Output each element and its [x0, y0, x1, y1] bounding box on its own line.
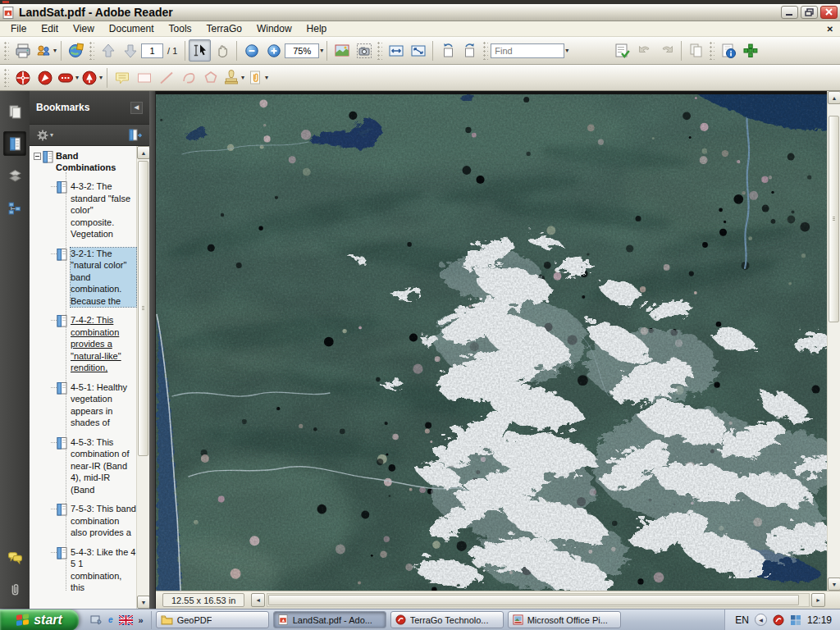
fit-page-button[interactable]: [407, 39, 429, 62]
collapse-panel-button[interactable]: ◀: [130, 102, 143, 114]
hand-tool-button[interactable]: [211, 39, 233, 62]
bookmark-item-label[interactable]: 4-5-1: Healthy vegetation appears in sha…: [71, 381, 136, 429]
window-titlebar[interactable]: LandSat.pdf - Adobe Reader: [0, 4, 840, 21]
zoom-in-button[interactable]: [262, 39, 285, 62]
document-close-icon[interactable]: ✕: [827, 25, 833, 34]
previous-page-button[interactable]: [97, 39, 119, 62]
start-button[interactable]: start: [0, 609, 79, 630]
select-tool-button[interactable]: [189, 39, 211, 62]
bookmarks-panel-button[interactable]: [3, 131, 26, 156]
internet-explorer-icon[interactable]: e: [108, 615, 113, 624]
geo-measure-dropdown-icon[interactable]: ▾: [75, 74, 79, 81]
print-button[interactable]: [11, 39, 34, 62]
bookmark-item-selected[interactable]: 3-2-1: The "natural color" band combinat…: [30, 248, 136, 308]
rotate-counterclockwise-button[interactable]: [436, 39, 459, 62]
horizontal-scrollbar-thumb[interactable]: [268, 595, 799, 605]
geo-gps-dropdown-icon[interactable]: ▾: [99, 74, 103, 81]
find-input[interactable]: [491, 43, 564, 58]
terrago-toolbar-button[interactable]: [739, 39, 761, 62]
menu-tools[interactable]: Tools: [162, 21, 199, 36]
quick-launch-overflow-icon[interactable]: »: [139, 615, 144, 625]
collapse-node-icon[interactable]: [34, 153, 41, 160]
geospatial-tool-button[interactable]: [65, 39, 87, 62]
options-dropdown-icon[interactable]: ▾: [50, 131, 53, 139]
collaborate-dropdown-icon[interactable]: ▾: [53, 47, 57, 54]
bookmark-item[interactable]: 5-4-3: Like the 4 5 1 combination, this: [30, 546, 136, 594]
stamp-tool-button[interactable]: ▾: [221, 66, 245, 89]
landsat-satellite-image[interactable]: [156, 91, 827, 591]
bookmark-item-label[interactable]: 7-5-3: This band combination also provid…: [71, 503, 136, 539]
document-properties-button[interactable]: [717, 39, 739, 62]
bookmarks-scrollbar[interactable]: ▲ ▼: [136, 146, 149, 609]
minimize-button[interactable]: [781, 6, 798, 19]
collaborate-button[interactable]: ▾: [34, 39, 57, 62]
pages-panel-button[interactable]: [3, 99, 26, 124]
bookmark-item[interactable]: 4-5-1: Healthy vegetation appears in sha…: [30, 381, 136, 429]
toolbar-grip[interactable]: [4, 69, 9, 87]
bookmark-item-label[interactable]: 5-4-3: Like the 4 5 1 combination, this: [71, 546, 136, 594]
find-dropdown-icon[interactable]: ▾: [565, 47, 568, 54]
fit-width-button[interactable]: [385, 39, 407, 62]
geo-measure-button[interactable]: ▾: [56, 66, 80, 89]
menu-file[interactable]: File: [3, 21, 34, 36]
menu-document[interactable]: Document: [102, 21, 162, 36]
toolbar-grip[interactable]: [710, 42, 714, 60]
next-view-button[interactable]: [655, 39, 678, 62]
restore-button[interactable]: [801, 6, 818, 19]
taskbar-button-landsat[interactable]: LandSat.pdf - Ado...: [273, 611, 386, 628]
tray-windows-icon[interactable]: [790, 614, 801, 626]
bookmark-item[interactable]: 4-3-2: The standard "false color" compos…: [30, 180, 136, 240]
bookmarks-scrollbar-thumb[interactable]: [138, 161, 148, 456]
scroll-down-button[interactable]: ▼: [828, 578, 840, 591]
show-desktop-icon[interactable]: [89, 614, 103, 627]
menu-window[interactable]: Window: [249, 21, 299, 36]
menu-terrago[interactable]: TerraGo: [199, 21, 249, 36]
bookmark-root-label[interactable]: Band Combinations: [56, 150, 135, 173]
current-bookmark-icon[interactable]: [128, 129, 143, 142]
scroll-down-button[interactable]: ▼: [137, 596, 149, 609]
attach-dropdown-icon[interactable]: ▾: [265, 74, 268, 81]
line-tool-button[interactable]: [155, 66, 177, 89]
spellcheck-button[interactable]: [611, 39, 633, 62]
tray-collapse-icon[interactable]: ◀: [755, 614, 767, 626]
bookmark-item-label[interactable]: 3-2-1: The "natural color" band combinat…: [71, 248, 136, 308]
menu-edit[interactable]: Edit: [34, 21, 66, 36]
menu-help[interactable]: Help: [299, 21, 335, 36]
bookmark-item[interactable]: 4-5-3: This combination of near-IR (Band…: [30, 436, 136, 496]
bookmark-root-row[interactable]: Band Combinations: [30, 150, 136, 173]
scroll-up-button[interactable]: ▲: [137, 146, 149, 159]
comments-panel-button[interactable]: [3, 545, 26, 569]
toolbar-grip[interactable]: [4, 42, 9, 60]
scroll-left-button[interactable]: ◄: [251, 593, 265, 607]
zoom-out-button[interactable]: [240, 39, 262, 62]
geo-locate-button[interactable]: [11, 66, 34, 89]
zoom-level-input[interactable]: [285, 43, 319, 58]
previous-view-button[interactable]: [633, 39, 655, 62]
bookmark-item[interactable]: 7-4-2: This combination provides a "natu…: [30, 314, 136, 374]
page-display-button[interactable]: [331, 39, 353, 62]
bookmark-item-label[interactable]: 7-4-2: This combination provides a "natu…: [71, 314, 136, 374]
page-number-input[interactable]: [141, 43, 163, 58]
options-gear-icon[interactable]: [36, 129, 49, 142]
tray-terrago-icon[interactable]: [773, 614, 784, 626]
scroll-right-button[interactable]: ►: [811, 593, 825, 607]
toolbar-grip[interactable]: [89, 42, 94, 60]
panel-splitter[interactable]: [149, 91, 156, 609]
toolbar-grip[interactable]: [483, 42, 488, 60]
horizontal-scrollbar[interactable]: [267, 593, 810, 607]
language-flag-icon[interactable]: [119, 615, 133, 625]
geo-north-button[interactable]: [34, 66, 56, 89]
bookmark-item[interactable]: 7-5-3: This band combination also provid…: [30, 503, 136, 539]
vertical-scrollbar-thumb[interactable]: [829, 116, 839, 322]
attachments-panel-button[interactable]: [3, 577, 26, 601]
polygon-tool-button[interactable]: [199, 66, 221, 89]
taskbar-button-office-picture[interactable]: Microsoft Office Pi...: [508, 611, 621, 628]
document-page[interactable]: [156, 91, 827, 591]
cloud-tool-button[interactable]: [177, 66, 199, 89]
sticky-note-button[interactable]: [111, 66, 133, 89]
text-box-button[interactable]: [133, 66, 155, 89]
toolbar-grip[interactable]: [377, 42, 382, 60]
rotate-clockwise-button[interactable]: [459, 39, 481, 62]
model-tree-panel-button[interactable]: [3, 195, 26, 220]
zoom-dropdown-icon[interactable]: ▾: [320, 47, 323, 54]
